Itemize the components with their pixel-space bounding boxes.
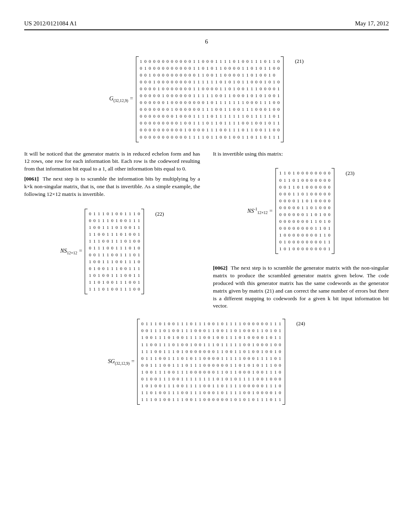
matrix23-label: NS-112×12 =	[247, 206, 273, 216]
publication-date: May 17, 2012	[355, 20, 389, 27]
page-header: US 2012/0121084 A1 May 17, 2012	[24, 20, 389, 27]
equation-22: NS12×12 = 0 1 1 1 0 1 0 0 1 1 1 0 0 0 1 …	[24, 209, 200, 295]
equation-23: NS-112×12 = 1 1 0 1 0 0 0 0 0 0 0 0 0 1 …	[213, 168, 389, 254]
matrix21: 1 0 0 0 0 0 0 0 0 0 0 0 1 1 0 0 0 1 1 1 …	[136, 56, 284, 142]
eq-num-23: (23)	[346, 168, 355, 177]
para-0062: [0062] The next step is to scramble the …	[213, 264, 389, 310]
left-column: It will be noticed that the generator ma…	[24, 150, 200, 313]
matrix22-label: NS12×12 =	[60, 247, 82, 256]
para-num-0061: [0061]	[24, 176, 39, 182]
publication-number: US 2012/0121084 A1	[24, 20, 77, 27]
para-invertible: It is invertible using this matrix:	[213, 150, 389, 158]
eq-num-22: (22)	[155, 209, 164, 218]
header-rule	[24, 29, 389, 30]
equation-24: SG(32,12,9) = 0 1 1 1 0 1 0 0 1 1 1 0 1 …	[24, 319, 389, 405]
eq-num-21: (21)	[295, 56, 304, 64]
matrix24: 0 1 1 1 0 1 0 0 1 1 1 0 1 1 1 0 0 1 0 1 …	[137, 319, 285, 405]
equation-21: G(32,12,9) = 1 0 0 0 0 0 0 0 0 0 0 0 1 1…	[24, 56, 389, 142]
matrix22: 0 1 1 1 0 1 0 0 1 1 1 0 0 0 1 1 1 0 1 0 …	[85, 209, 144, 295]
right-column: It is invertible using this matrix: NS-1…	[213, 150, 389, 313]
page-number: 6	[24, 38, 389, 45]
eq-num-24: (24)	[296, 319, 305, 327]
para-generator-desc: It will be noticed that the generator ma…	[24, 150, 200, 173]
matrix21-label: G(32,12,9) =	[109, 96, 133, 103]
matrix24-label: SG(32,12,9) =	[108, 358, 135, 366]
two-column-body: It will be noticed that the generator ma…	[24, 150, 389, 313]
para-num-0062: [0062]	[213, 265, 227, 271]
para-0061: [0061] The next step is to scramble the …	[24, 175, 200, 198]
patent-page: US 2012/0121084 A1 May 17, 2012 6 G(32,1…	[0, 0, 413, 429]
matrix23: 1 1 0 1 0 0 0 0 0 0 0 0 0 1 1 0 1 0 0 0 …	[275, 168, 335, 254]
